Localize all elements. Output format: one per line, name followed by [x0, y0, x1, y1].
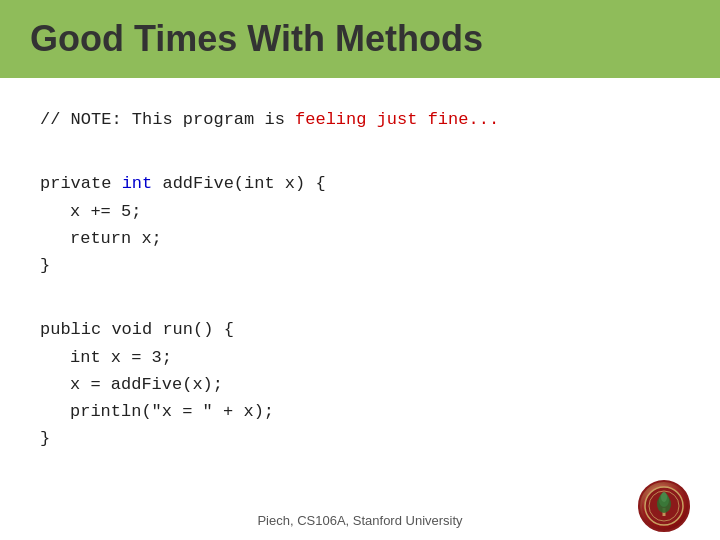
comment-highlight: feeling just fine...	[295, 110, 499, 129]
method2-line1: public void run() {	[40, 316, 680, 343]
method2-line5: }	[40, 425, 680, 452]
comment-prefix: // NOTE: This program is	[40, 110, 295, 129]
method1-line4: }	[40, 252, 680, 279]
keyword-int: int	[122, 174, 153, 193]
slide-content: // NOTE: This program is feeling just fi…	[0, 78, 720, 505]
slide-footer: Piech, CS106A, Stanford University	[0, 505, 720, 540]
slide-header: Good Times With Methods	[0, 0, 720, 78]
slide-container: Good Times With Methods // NOTE: This pr…	[0, 0, 720, 540]
comment-block: // NOTE: This program is feeling just fi…	[40, 106, 680, 133]
method2-line2: int x = 3;	[70, 344, 680, 371]
method1-line3: return x;	[70, 225, 680, 252]
method2-line3: x = addFive(x);	[70, 371, 680, 398]
keyword-private: private	[40, 174, 122, 193]
footer-text: Piech, CS106A, Stanford University	[257, 513, 462, 528]
method1-line1-rest: addFive(int x) {	[152, 174, 325, 193]
method2-line4: println("x = " + x);	[70, 398, 680, 425]
keyword-return: return x;	[70, 229, 162, 248]
method1-block: private int addFive(int x) { x += 5; ret…	[40, 170, 680, 279]
svg-point-5	[661, 492, 667, 502]
method1-line1: private int addFive(int x) {	[40, 170, 680, 197]
method1-line2: x += 5;	[70, 198, 680, 225]
stanford-seal	[638, 480, 690, 532]
slide-title: Good Times With Methods	[30, 18, 690, 60]
seal-inner	[642, 484, 686, 528]
method2-block: public void run() { int x = 3; x = addFi…	[40, 316, 680, 452]
keyword-int2: int x = 3;	[70, 348, 172, 367]
seal-circle	[638, 480, 690, 532]
keyword-public: public void run() {	[40, 320, 234, 339]
